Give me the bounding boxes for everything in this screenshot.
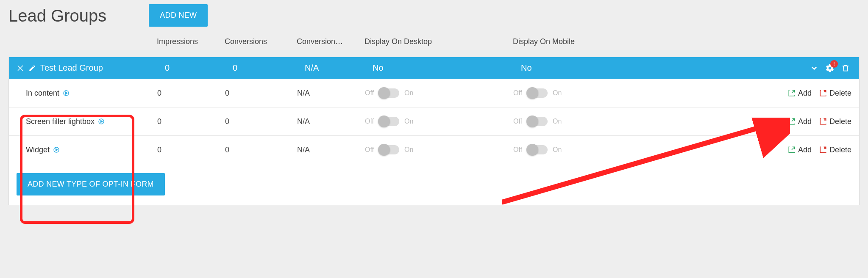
toggle-on-label: On <box>404 118 413 125</box>
toggle-off-label: Off <box>513 146 522 154</box>
add-button[interactable]: Add <box>788 117 812 126</box>
columns-header: Impressions Conversions Conversion… Disp… <box>8 37 860 57</box>
group-conversions: 0 <box>233 63 305 73</box>
column-conversion-rate: Conversion… <box>297 37 343 46</box>
play-icon[interactable] <box>53 146 60 153</box>
group-container: Test Lead Group 0 0 N/A No No ! <box>8 57 860 205</box>
row-name[interactable]: Widget <box>26 146 50 154</box>
column-display-mobile: Display On Mobile <box>513 37 661 48</box>
row-conversion-rate: N/A <box>297 146 365 154</box>
group-conversion-rate: N/A <box>305 63 373 73</box>
column-display-desktop: Display On Desktop <box>364 37 513 48</box>
add-label: Add <box>798 117 812 126</box>
row-conversion-rate: N/A <box>297 117 365 126</box>
add-new-button[interactable]: ADD NEW <box>149 4 208 27</box>
alert-badge: ! <box>830 60 838 68</box>
play-icon[interactable] <box>63 90 70 96</box>
toggle-off-label: Off <box>365 89 374 97</box>
delete-button[interactable]: Delete <box>819 117 851 126</box>
table-row: Widget 0 0 N/A Off On Off On <box>9 135 859 164</box>
group-display-mobile: No <box>521 63 669 73</box>
toggle-on-label: On <box>404 89 413 97</box>
delete-button[interactable]: Delete <box>819 89 851 98</box>
table-row: Screen filler lightbox 0 0 N/A Off On Of… <box>9 107 859 135</box>
toggle-on-label: On <box>553 118 562 125</box>
trash-icon[interactable] <box>841 64 850 72</box>
row-conversions: 0 <box>225 89 297 98</box>
desktop-toggle[interactable] <box>379 88 399 98</box>
mobile-toggle[interactable] <box>527 117 548 126</box>
group-name: Test Lead Group <box>40 63 103 73</box>
toggle-on-label: On <box>553 89 562 97</box>
tools-icon[interactable] <box>17 64 24 72</box>
toggle-off-label: Off <box>513 118 522 125</box>
delete-label: Delete <box>829 89 851 98</box>
group-header: Test Lead Group 0 0 N/A No No ! <box>9 57 859 79</box>
column-impressions: Impressions <box>157 37 225 48</box>
page-title: Lead Groups <box>8 7 106 24</box>
row-conversion-rate: N/A <box>297 89 365 98</box>
desktop-toggle[interactable] <box>379 145 399 154</box>
toggle-off-label: Off <box>513 89 522 97</box>
mobile-toggle[interactable] <box>527 88 548 98</box>
svg-marker-5 <box>56 149 58 151</box>
svg-marker-3 <box>101 120 103 122</box>
edit-icon[interactable] <box>28 64 36 72</box>
toggle-off-label: Off <box>365 146 374 154</box>
play-icon[interactable] <box>98 118 105 125</box>
mobile-toggle[interactable] <box>527 145 548 154</box>
row-conversions: 0 <box>225 146 297 154</box>
add-button[interactable]: Add <box>788 146 812 154</box>
chevron-down-icon[interactable] <box>810 64 818 72</box>
add-new-optin-button[interactable]: ADD NEW TYPE OF OPT-IN FORM <box>17 173 165 195</box>
svg-marker-1 <box>66 92 67 94</box>
row-conversions: 0 <box>225 117 297 126</box>
add-label: Add <box>798 89 812 98</box>
row-impressions: 0 <box>157 89 225 98</box>
column-conversions: Conversions <box>225 37 297 48</box>
row-name[interactable]: In content <box>26 89 59 98</box>
add-label: Add <box>798 146 812 154</box>
group-display-desktop: No <box>373 63 521 73</box>
table-row: In content 0 0 N/A Off On Off On <box>9 79 859 107</box>
toggle-on-label: On <box>404 146 413 154</box>
row-name[interactable]: Screen filler lightbox <box>26 117 95 126</box>
toggle-on-label: On <box>553 146 562 154</box>
gear-icon[interactable]: ! <box>825 63 835 73</box>
delete-label: Delete <box>829 117 851 126</box>
delete-button[interactable]: Delete <box>819 146 851 154</box>
delete-label: Delete <box>829 146 851 154</box>
desktop-toggle[interactable] <box>379 117 399 126</box>
toggle-off-label: Off <box>365 118 374 125</box>
group-impressions: 0 <box>165 63 233 73</box>
add-button[interactable]: Add <box>788 89 812 98</box>
row-impressions: 0 <box>157 146 225 154</box>
row-impressions: 0 <box>157 117 225 126</box>
